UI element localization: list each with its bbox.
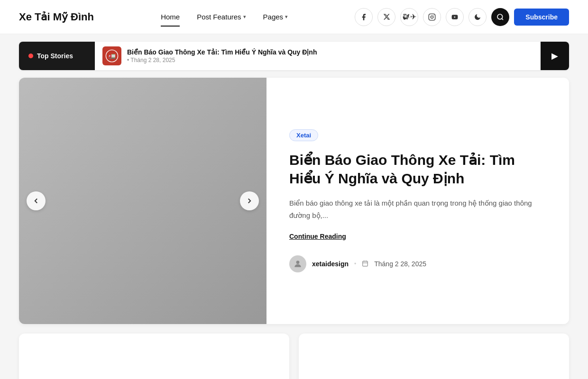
top-stories-bar: Top Stories 🚛 Biển Báo Giao Thông Xe Tải… xyxy=(19,42,569,70)
publish-date: Tháng 2 28, 2025 xyxy=(374,260,426,268)
ticker-thumb-image: 🚛 xyxy=(102,46,121,65)
dark-mode-toggle[interactable] xyxy=(469,8,487,26)
bottom-cards xyxy=(19,334,569,379)
youtube-icon[interactable] xyxy=(446,8,464,26)
hero-image-panel xyxy=(19,78,266,324)
svg-line-5 xyxy=(502,18,503,20)
hero-meta: xetaidesign • Tháng 2 28, 2025 xyxy=(289,255,546,272)
chevron-down-icon: ▾ xyxy=(285,14,288,20)
svg-point-4 xyxy=(497,14,503,19)
svg-point-1 xyxy=(431,16,433,18)
instagram-icon[interactable] xyxy=(423,8,441,26)
ticker-title: Biển Báo Giao Thông Xe Tải: Tìm Hiểu Ý N… xyxy=(127,48,533,56)
nav-item-post-features[interactable]: Post Features ▾ xyxy=(190,9,252,25)
ticker-date: • Tháng 2 28, 2025 xyxy=(127,57,533,63)
telegram-icon[interactable]: ✈ xyxy=(400,8,418,26)
chevron-down-icon: ▾ xyxy=(243,14,246,20)
author-name: xetaidesign xyxy=(312,260,349,268)
nav-item-home[interactable]: Home xyxy=(154,9,186,25)
ticker-navigation: ▶ xyxy=(541,42,569,70)
hero-title: Biển Báo Giao Thông Xe Tải: Tìm Hiểu Ý N… xyxy=(289,151,546,188)
live-dot xyxy=(28,54,33,58)
bottom-card-1 xyxy=(19,334,289,379)
header-right: ✈ Subscribe xyxy=(355,8,569,26)
slider-prev-button[interactable] xyxy=(27,191,46,210)
ticker-content: Biển Báo Giao Thông Xe Tải: Tìm Hiểu Ý N… xyxy=(127,48,533,63)
search-button[interactable] xyxy=(491,8,509,26)
main-content: Xetai Biển Báo Giao Thông Xe Tải: Tìm Hi… xyxy=(19,78,569,379)
slider-next-button[interactable] xyxy=(240,191,259,210)
header: Xe Tải Mỹ Đình Home Post Features ▾ Page… xyxy=(0,0,588,34)
main-nav: Home Post Features ▾ Pages ▾ xyxy=(154,9,294,25)
calendar-icon xyxy=(362,260,368,268)
svg-text:🚛: 🚛 xyxy=(108,52,116,60)
author-avatar xyxy=(289,255,306,272)
top-stories-label: Top Stories xyxy=(19,42,95,70)
svg-rect-9 xyxy=(363,261,368,266)
hero-content-panel: Xetai Biển Báo Giao Thông Xe Tải: Tìm Hi… xyxy=(266,78,569,324)
continue-reading-link[interactable]: Continue Reading xyxy=(289,233,546,240)
hero-image xyxy=(19,78,266,324)
hero-excerpt: Biển báo giao thông xe tải là một phần q… xyxy=(289,197,546,221)
nav-item-pages[interactable]: Pages ▾ xyxy=(257,9,295,25)
meta-separator: • xyxy=(354,261,356,267)
site-logo: Xe Tải Mỹ Đình xyxy=(19,11,94,23)
facebook-icon[interactable] xyxy=(355,8,373,26)
stories-ticker: 🚛 Biển Báo Giao Thông Xe Tải: Tìm Hiểu Ý… xyxy=(95,46,541,65)
subscribe-button[interactable]: Subscribe xyxy=(514,9,569,26)
bottom-card-2 xyxy=(299,334,569,379)
svg-point-8 xyxy=(296,261,300,264)
hero-slider: Xetai Biển Báo Giao Thông Xe Tải: Tìm Hi… xyxy=(19,78,569,324)
ticker-next-button[interactable]: ▶ xyxy=(541,42,569,70)
svg-point-2 xyxy=(433,15,434,15)
ticker-thumbnail: 🚛 xyxy=(102,46,121,65)
svg-rect-0 xyxy=(429,14,435,20)
twitter-x-icon[interactable] xyxy=(377,8,395,26)
category-badge[interactable]: Xetai xyxy=(289,129,318,141)
